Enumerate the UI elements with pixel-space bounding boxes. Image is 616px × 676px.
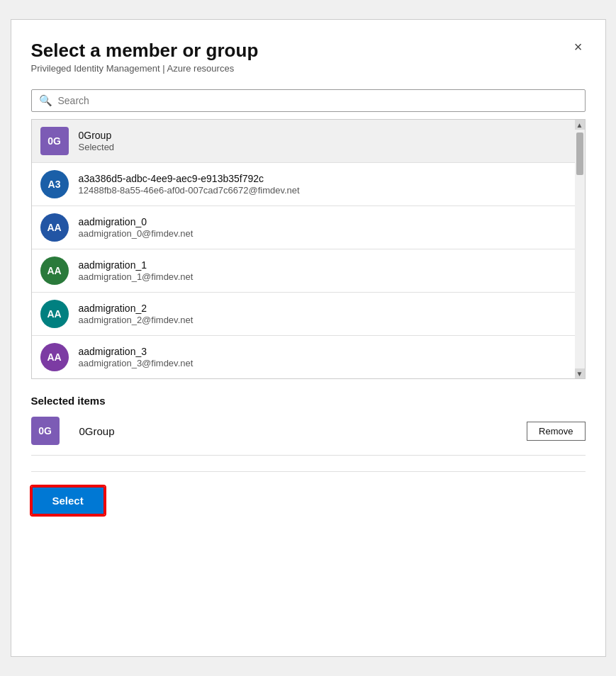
item-text: a3a386d5-adbc-4ee9-aec9-e913b35f792c1248… bbox=[79, 173, 300, 196]
selected-section-label: Selected items bbox=[31, 395, 586, 407]
search-icon: 🔍 bbox=[39, 94, 52, 107]
item-sub: aadmigration_1@fimdev.net bbox=[79, 271, 194, 282]
avatar: AA bbox=[40, 257, 69, 285]
item-name: aadmigration_3 bbox=[79, 346, 194, 357]
list-item[interactable]: A3a3a386d5-adbc-4ee9-aec9-e913b35f792c12… bbox=[32, 163, 585, 206]
footer: Select bbox=[31, 471, 586, 532]
dialog: Select a member or group Privileged Iden… bbox=[11, 19, 606, 657]
avatar: AA bbox=[40, 213, 69, 242]
item-text: aadmigration_1aadmigration_1@fimdev.net bbox=[79, 259, 194, 282]
scroll-up-arrow[interactable]: ▲ bbox=[575, 120, 585, 130]
item-name: 0Group bbox=[79, 130, 115, 141]
scroll-thumb bbox=[576, 133, 583, 175]
search-input[interactable] bbox=[58, 95, 578, 106]
item-name: a3a386d5-adbc-4ee9-aec9-e913b35f792c bbox=[79, 173, 300, 184]
list-item[interactable]: AAaadmigration_3aadmigration_3@fimdev.ne… bbox=[32, 336, 585, 378]
selected-item-name: 0Group bbox=[79, 425, 527, 437]
selected-row: 0G 0Group Remove bbox=[31, 417, 586, 456]
dialog-header: Select a member or group Privileged Iden… bbox=[31, 40, 586, 74]
item-sub: aadmigration_0@fimdev.net bbox=[79, 228, 194, 239]
dialog-title: Select a member or group bbox=[31, 40, 259, 62]
item-name: aadmigration_2 bbox=[79, 303, 194, 314]
list-item[interactable]: AAaadmigration_0aadmigration_0@fimdev.ne… bbox=[32, 206, 585, 249]
item-name: aadmigration_0 bbox=[79, 216, 194, 227]
search-box: 🔍 bbox=[31, 89, 586, 112]
selected-section: Selected items 0G 0Group Remove bbox=[31, 395, 586, 456]
dialog-title-group: Select a member or group Privileged Iden… bbox=[31, 40, 259, 74]
selected-avatar: 0G bbox=[31, 417, 60, 445]
avatar: AA bbox=[40, 343, 69, 371]
scroll-down-arrow[interactable]: ▼ bbox=[575, 368, 585, 378]
item-sub: aadmigration_2@fimdev.net bbox=[79, 315, 194, 325]
dialog-subtitle: Privileged Identity Management | Azure r… bbox=[31, 63, 259, 74]
item-sub: Selected bbox=[79, 142, 115, 152]
item-text: aadmigration_3aadmigration_3@fimdev.net bbox=[79, 346, 194, 368]
select-button[interactable]: Select bbox=[31, 486, 105, 515]
item-text: 0GroupSelected bbox=[79, 130, 115, 152]
item-name: aadmigration_1 bbox=[79, 259, 194, 271]
member-list: 0G0GroupSelectedA3a3a386d5-adbc-4ee9-aec… bbox=[31, 119, 586, 379]
list-item[interactable]: AAaadmigration_2aadmigration_2@fimdev.ne… bbox=[32, 293, 585, 336]
avatar: 0G bbox=[40, 127, 69, 155]
close-button[interactable]: × bbox=[571, 40, 586, 54]
avatar: A3 bbox=[40, 170, 69, 198]
item-sub: 12488fb8-8a55-46e6-af0d-007cad7c6672@fim… bbox=[79, 185, 300, 196]
remove-button[interactable]: Remove bbox=[527, 422, 585, 441]
avatar: AA bbox=[40, 300, 69, 328]
list-item[interactable]: 0G0GroupSelected bbox=[32, 120, 585, 163]
list-item[interactable]: AAaadmigration_1aadmigration_1@fimdev.ne… bbox=[32, 249, 585, 293]
item-sub: aadmigration_3@fimdev.net bbox=[79, 358, 194, 368]
item-text: aadmigration_0aadmigration_0@fimdev.net bbox=[79, 216, 194, 239]
scrollbar: ▲ ▼ bbox=[575, 120, 585, 378]
item-text: aadmigration_2aadmigration_2@fimdev.net bbox=[79, 303, 194, 325]
